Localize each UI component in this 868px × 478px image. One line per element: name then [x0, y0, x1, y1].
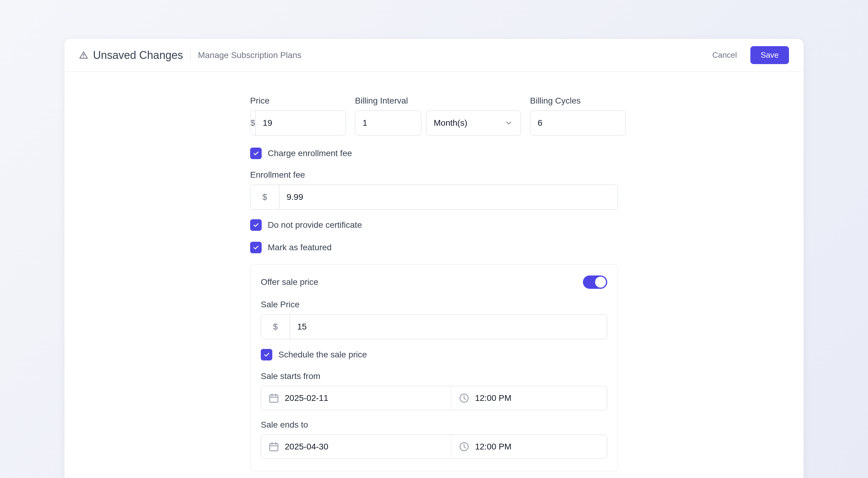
- calendar-icon: [268, 441, 279, 452]
- enrollment-fee-input[interactable]: [279, 185, 618, 209]
- sale-start-label: Sale starts from: [261, 371, 607, 381]
- sale-panel-header: Offer sale price: [261, 275, 607, 289]
- sale-end-datetime: [261, 435, 607, 459]
- sale-end-label: Sale ends to: [261, 420, 607, 430]
- card-header: Unsaved Changes Manage Subscription Plan…: [64, 39, 804, 72]
- sale-end-time-wrap: [451, 435, 607, 458]
- no-certificate-checkbox[interactable]: [250, 219, 262, 231]
- form-column: Price $ Billing Interval: [250, 84, 618, 471]
- check-icon: [253, 244, 259, 251]
- schedule-sale-checkbox[interactable]: [261, 349, 272, 361]
- clock-icon: [459, 392, 470, 404]
- sale-start-field: Sale starts from: [261, 371, 607, 410]
- enrollment-fee-wrap: $: [250, 185, 618, 209]
- sale-start-time-wrap: [451, 386, 607, 410]
- no-certificate-row: Do not provide certificate: [250, 219, 618, 231]
- sale-start-date-input[interactable]: [285, 393, 444, 403]
- offer-sale-toggle[interactable]: [583, 275, 607, 289]
- check-icon: [253, 150, 259, 157]
- interval-unit-value[interactable]: [426, 111, 521, 135]
- featured-label: Mark as featured: [268, 243, 332, 252]
- charge-enrollment-checkbox[interactable]: [250, 147, 262, 159]
- no-certificate-label: Do not provide certificate: [268, 220, 362, 230]
- billing-cycles-input[interactable]: [530, 111, 626, 135]
- toggle-knob: [595, 277, 606, 287]
- charge-enrollment-row: Charge enrollment fee: [250, 147, 618, 159]
- sale-end-date-wrap: [261, 435, 451, 458]
- settings-card: Unsaved Changes Manage Subscription Plan…: [64, 39, 804, 478]
- check-icon: [253, 222, 259, 228]
- sale-start-date-wrap: [261, 386, 451, 410]
- schedule-sale-row: Schedule the sale price: [261, 349, 607, 361]
- sale-start-time-input[interactable]: [475, 393, 600, 403]
- featured-row: Mark as featured: [250, 242, 618, 253]
- billing-cycles-wrap: Times: [530, 110, 626, 135]
- sale-end-time-input[interactable]: [475, 442, 600, 452]
- svg-point-1: [83, 57, 84, 58]
- header-actions: Cancel Save: [706, 46, 789, 64]
- page-title: Unsaved Changes: [93, 49, 183, 62]
- billing-interval-field: Billing Interval: [355, 96, 521, 135]
- cancel-button[interactable]: Cancel: [706, 46, 743, 64]
- sale-start-datetime: [261, 386, 607, 410]
- interval-number-input[interactable]: [355, 111, 421, 135]
- enrollment-fee-field: Enrollment fee $: [250, 170, 618, 209]
- billing-interval-label: Billing Interval: [355, 96, 521, 106]
- enrollment-fee-label: Enrollment fee: [250, 170, 618, 180]
- interval-unit-select[interactable]: [426, 110, 521, 135]
- sale-price-input[interactable]: [290, 315, 607, 339]
- currency-prefix: $: [261, 315, 290, 339]
- header-divider: [190, 49, 191, 61]
- page-subtitle: Manage Subscription Plans: [198, 50, 302, 60]
- featured-checkbox[interactable]: [250, 242, 262, 253]
- calendar-icon: [268, 392, 279, 404]
- card-body: Price $ Billing Interval: [64, 72, 804, 478]
- svg-rect-2: [270, 395, 278, 402]
- sale-price-field: Sale Price $: [261, 300, 607, 339]
- currency-prefix: $: [250, 185, 279, 209]
- sale-price-wrap: $: [261, 314, 607, 339]
- currency-prefix: $: [250, 111, 256, 135]
- warning-icon: [79, 51, 88, 60]
- offer-sale-label: Offer sale price: [261, 277, 318, 287]
- billing-cycles-field: Billing Cycles Times: [530, 96, 626, 135]
- interval-number-wrap: [355, 110, 421, 135]
- billing-cycles-label: Billing Cycles: [530, 96, 626, 106]
- price-label: Price: [250, 96, 346, 106]
- clock-icon: [459, 441, 470, 452]
- sale-panel: Offer sale price Sale Price $: [250, 264, 618, 471]
- price-field: Price $: [250, 96, 346, 135]
- svg-rect-7: [270, 444, 278, 451]
- sale-end-date-input[interactable]: [285, 442, 444, 452]
- charge-enrollment-label: Charge enrollment fee: [268, 148, 352, 158]
- price-input[interactable]: [256, 111, 346, 135]
- save-button[interactable]: Save: [750, 46, 789, 64]
- sale-price-label: Sale Price: [261, 300, 607, 309]
- check-icon: [263, 351, 270, 358]
- schedule-sale-label: Schedule the sale price: [278, 350, 367, 360]
- sale-end-field: Sale ends to: [261, 420, 607, 459]
- price-input-wrap: $: [250, 110, 346, 135]
- pricing-row: Price $ Billing Interval: [250, 96, 618, 135]
